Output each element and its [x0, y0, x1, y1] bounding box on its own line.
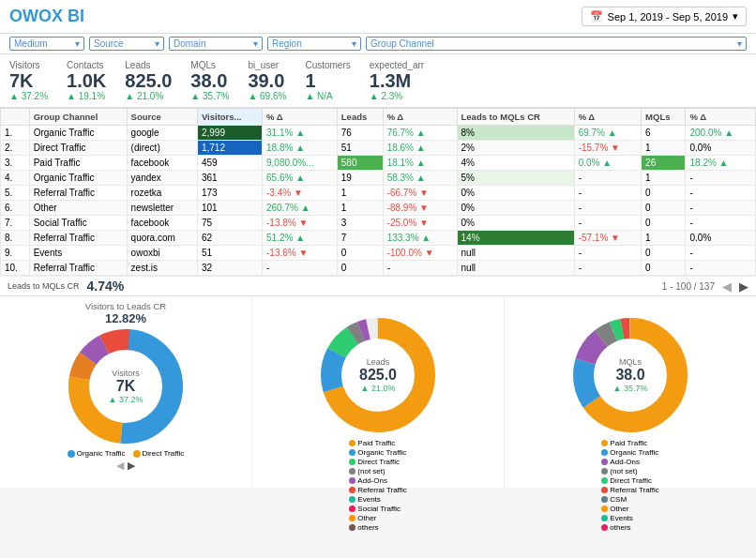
table-row: 8. Referral Traffic quora.com 62 51.2% ▲… — [1, 231, 756, 246]
leads-donut: Leads 825.0 ▲ 21.0% — [317, 314, 439, 436]
kpi-visitors: Visitors 7K ▲ 37.2% — [9, 60, 48, 101]
table-row: 7. Social Traffic facebook 75 -13.8% ▼ 3… — [1, 216, 756, 231]
leads-to-mqls-cr-label: Leads to MQLs CR — [8, 281, 80, 291]
medium-filter[interactable]: Medium ▾ — [9, 37, 84, 51]
col-leads[interactable]: Leads — [337, 109, 383, 126]
col-num — [1, 109, 30, 126]
kpi-contacts: Contacts 1.0K ▲ 19.1% — [67, 60, 106, 101]
visitors-chart: Visitors to Leads CR 12.82% Visitors 7K — [0, 296, 252, 488]
chevron-icon: ▾ — [352, 38, 356, 49]
table-row: 5. Referral Traffic rozetka 173 -3.4% ▼ … — [1, 186, 756, 201]
logo: OWOX BI — [9, 7, 84, 26]
visitors-legend: Organic Traffic Direct Traffic — [68, 449, 185, 458]
table-footer: Leads to MQLs CR 4.74% 1 - 100 / 137 ◀ ▶ — [0, 276, 756, 295]
chevron-icon: ▾ — [253, 38, 258, 49]
kpi-mqls: MQLs 38.0 ▲ 35.7% — [190, 60, 229, 101]
table-row: 4. Organic Traffic yandex 361 65.6% ▲ 19… — [1, 171, 756, 186]
kpi-bi-user: bi_user 39.0 ▲ 69.6% — [248, 60, 286, 101]
prev-chart-button[interactable]: ◀ — [116, 460, 124, 472]
data-table-container: Group Channel Source Visitors... % Δ Lea… — [0, 108, 756, 276]
header: OWOX BI 📅 Sep 1, 2019 - Sep 5, 2019 ▾ — [0, 0, 756, 34]
table-row: 1. Organic Traffic google 2,999 31.1% ▲ … — [1, 126, 756, 141]
table-row: 9. Events owoxbi 51 -13.6% ▼ 0 -100.0% ▼… — [1, 246, 756, 261]
col-cr-delta[interactable]: % Δ — [574, 109, 641, 126]
visitors-cr-value: 12.82% — [105, 311, 146, 325]
chevron-icon: ▾ — [155, 38, 159, 49]
logo-owox: OWOX — [9, 7, 63, 25]
chevron-icon: ▾ — [75, 38, 80, 49]
col-leads-mqls-cr[interactable]: Leads to MQLs CR — [457, 109, 574, 126]
kpi-customers: Customers 1 ▲ N/A — [305, 60, 350, 101]
group-channel-filter[interactable]: Group Channel ▾ — [366, 37, 747, 51]
kpi-bar: Visitors 7K ▲ 37.2% Contacts 1.0K ▲ 19.1… — [0, 54, 756, 108]
visitors-center-label: Visitors 7K ▲ 37.2% — [109, 369, 144, 404]
leads-to-mqls-cr-value: 4.74% — [87, 279, 125, 294]
calendar-icon: 📅 — [590, 10, 603, 23]
mqls-chart: MQLs 38.0 ▲ 35.7% Paid Traffic Organic T… — [505, 296, 756, 488]
chevron-down-icon: ▾ — [733, 10, 738, 23]
leads-center-label: Leads 825.0 ▲ 21.0% — [359, 357, 397, 393]
chart-nav: ◀ ▶ — [116, 460, 135, 472]
data-table: Group Channel Source Visitors... % Δ Lea… — [0, 108, 756, 276]
charts-section: Visitors to Leads CR 12.82% Visitors 7K — [0, 295, 756, 488]
col-visitors[interactable]: Visitors... — [197, 109, 262, 126]
source-filter[interactable]: Source ▾ — [89, 37, 164, 51]
mqls-center-label: MQLs 38.0 ▲ 35.7% — [613, 357, 648, 393]
kpi-leads: Leads 825.0 ▲ 21.0% — [125, 60, 172, 101]
kpi-expected-arr: expected_arr 1.3M ▲ 2.3% — [370, 60, 424, 101]
table-row: 2. Direct Traffic (direct) 1,712 18.8% ▲… — [1, 141, 756, 156]
logo-bi: BI — [63, 7, 84, 25]
next-chart-button[interactable]: ▶ — [128, 460, 135, 472]
col-source[interactable]: Source — [127, 109, 197, 126]
col-mqls[interactable]: MQLs — [642, 109, 686, 126]
mqls-donut: MQLs 38.0 ▲ 35.7% — [569, 314, 691, 436]
domain-filter[interactable]: Domain ▾ — [169, 37, 263, 51]
filters-row: Medium ▾ Source ▾ Domain ▾ Region ▾ Grou… — [0, 34, 756, 54]
chevron-icon: ▾ — [737, 38, 742, 49]
col-group-channel[interactable]: Group Channel — [29, 109, 127, 126]
table-row: 6. Other newsletter 101 260.7% ▲ 1 -88.9… — [1, 201, 756, 216]
pagination-text: 1 - 100 / 137 — [662, 281, 715, 292]
col-leads-delta[interactable]: % Δ — [383, 109, 457, 126]
region-filter[interactable]: Region ▾ — [267, 37, 361, 51]
mqls-legend: Paid Traffic Organic Traffic Add-Ons (no… — [601, 439, 658, 532]
prev-page-button[interactable]: ◀ — [722, 279, 732, 294]
col-visitors-delta[interactable]: % Δ — [263, 109, 338, 126]
table-row: 10. Referral Traffic zest.is 32 - 0 - nu… — [1, 261, 756, 276]
table-row: 3. Paid Traffic facebook 459 9,080.0%...… — [1, 156, 756, 171]
leads-legend: Paid Traffic Organic Traffic Direct Traf… — [349, 439, 406, 532]
col-mqls-delta[interactable]: % Δ — [686, 109, 756, 126]
visitors-chart-title: Visitors to Leads CR — [85, 301, 166, 311]
leads-chart: Leads 825.0 ▲ 21.0% Paid Traffic Organic… — [252, 296, 505, 488]
visitors-donut: Visitors 7K ▲ 37.2% — [65, 325, 187, 447]
date-range-text: Sep 1, 2019 - Sep 5, 2019 — [608, 11, 728, 23]
date-picker[interactable]: 📅 Sep 1, 2019 - Sep 5, 2019 ▾ — [582, 7, 747, 26]
next-page-button[interactable]: ▶ — [739, 279, 748, 294]
